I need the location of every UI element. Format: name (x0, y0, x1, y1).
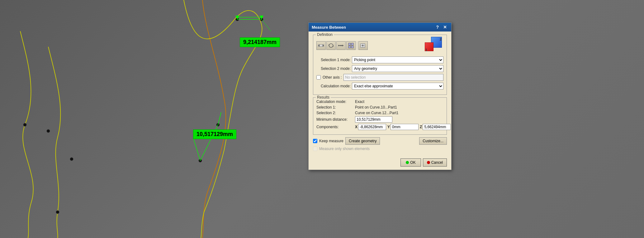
mode-btn-5[interactable] (358, 41, 368, 50)
result-sel2-value: Curve on Curve.12...Part1 (355, 111, 398, 115)
close-button[interactable]: ✕ (442, 25, 448, 30)
measure-shown-row: Measure only shown elements (313, 147, 447, 151)
mode-btn-1[interactable] (316, 41, 326, 50)
svg-point-3 (70, 158, 73, 161)
ok-button[interactable]: OK (400, 158, 421, 167)
comp-z-label: Z (420, 125, 422, 129)
calc-mode-label: Calculation mode: (316, 84, 351, 88)
svg-line-8 (218, 112, 221, 125)
result-min-dist-row: Minimum distance: 10,517129mm (316, 116, 443, 123)
svg-point-1 (47, 129, 50, 133)
measure-label-distance-2: 9,214187mm (240, 37, 280, 47)
svg-rect-27 (348, 43, 351, 45)
svg-marker-24 (342, 45, 343, 46)
result-calc-mode-row: Calculation mode: Exact (316, 100, 443, 104)
result-min-dist-input[interactable]: 10,517129mm (355, 116, 392, 123)
result-sel1-value: Point on Curve.10...Part1 (355, 105, 397, 109)
definition-toolbar: 1 2 (316, 37, 443, 54)
customize-button[interactable]: Customize... (419, 137, 447, 145)
mode-btn-2[interactable] (326, 41, 336, 50)
result-components-row: Components: X -8,862628mm Y 0mm Z 5,6624… (316, 124, 443, 130)
comp-z-field: Z 5,662494mm (420, 124, 451, 130)
svg-point-25 (338, 45, 339, 46)
ok-dot-icon (406, 161, 409, 164)
svg-rect-29 (348, 46, 351, 48)
other-axis-checkbox[interactable] (316, 75, 321, 80)
results-legend: Results (316, 95, 331, 100)
svg-rect-30 (351, 46, 353, 48)
keep-measure-row: Keep measure Create geometry Customize..… (313, 137, 447, 145)
comp-x-label: X (355, 125, 358, 129)
calc-mode-select[interactable]: Exact else approximate (352, 83, 443, 90)
selection2-row: Selection 2 mode: Any geometry (316, 65, 443, 72)
help-button[interactable]: ? (435, 25, 440, 30)
mode-btn-4[interactable] (346, 41, 356, 50)
dialog-body: Definition (309, 32, 451, 157)
result-calc-mode-value: Exact (355, 100, 364, 104)
svg-line-17 (262, 19, 271, 31)
other-axis-input[interactable]: No selection (343, 74, 443, 81)
selection2-select[interactable]: Any geometry (352, 65, 443, 72)
ok-label: OK (410, 160, 415, 165)
definition-section: Definition (313, 35, 447, 95)
mode-btn-3[interactable] (336, 41, 346, 50)
cancel-label: Cancel (431, 160, 443, 165)
measure-shown-checkbox[interactable] (313, 147, 317, 151)
comp-y-field: Y 0mm (387, 124, 419, 130)
3d-icon: 1 2 (425, 37, 443, 54)
other-axis-label: Other axis : (323, 75, 342, 80)
svg-line-7 (193, 137, 200, 161)
svg-rect-28 (351, 43, 353, 45)
svg-point-0 (23, 123, 26, 126)
result-sel2-label: Selection 2: (316, 111, 354, 115)
comp-x-field: X -8,862628mm (355, 124, 386, 130)
measure-label-distance: 10,517129mm (193, 129, 236, 139)
keep-measure-checkbox[interactable] (313, 139, 317, 143)
definition-legend: Definition (316, 32, 334, 37)
cancel-dot-icon (427, 161, 430, 164)
titlebar-buttons: ? ✕ (435, 25, 448, 30)
dialog-title: Measure Between (312, 25, 346, 30)
comp-x-input[interactable]: -8,862628mm (358, 124, 386, 130)
comp-y-label: Y (387, 125, 390, 129)
toolbar-separator (357, 41, 357, 50)
calc-mode-row: Calculation mode: Exact else approximate (316, 83, 443, 90)
result-min-dist-label: Minimum distance: (316, 117, 354, 122)
comp-y-input[interactable]: 0mm (391, 124, 419, 130)
selection1-row: Selection 1 mode: Picking point (316, 56, 443, 63)
cancel-button[interactable]: Cancel (423, 158, 447, 167)
selection1-select[interactable]: Picking point (352, 56, 443, 63)
result-components-label: Components: (316, 125, 354, 129)
create-geometry-button[interactable]: Create geometry (345, 137, 380, 145)
selection1-label: Selection 1 mode: (316, 58, 351, 62)
dialog-footer: OK Cancel (309, 157, 451, 170)
svg-point-2 (56, 211, 59, 214)
other-axis-row: Other axis : No selection (316, 74, 443, 81)
svg-point-26 (340, 45, 342, 46)
dialog-titlebar: Measure Between ? ✕ (309, 23, 451, 32)
measure-between-dialog: Measure Between ? ✕ Definition (308, 22, 452, 170)
result-calc-mode-label: Calculation mode: (316, 100, 354, 104)
keep-measure-label: Keep measure (319, 139, 343, 143)
result-sel2-row: Selection 2: Curve on Curve.12...Part1 (316, 111, 443, 115)
results-section: Results Calculation mode: Exact Selectio… (313, 97, 447, 135)
comp-z-input[interactable]: 5,662494mm (423, 124, 451, 130)
result-sel1-label: Selection 1: (316, 105, 354, 109)
svg-point-34 (362, 45, 363, 46)
selection2-label: Selection 2 mode: (316, 66, 351, 71)
measure-shown-label: Measure only shown elements (319, 147, 370, 151)
result-sel1-row: Selection 1: Point on Curve.10...Part1 (316, 105, 443, 109)
